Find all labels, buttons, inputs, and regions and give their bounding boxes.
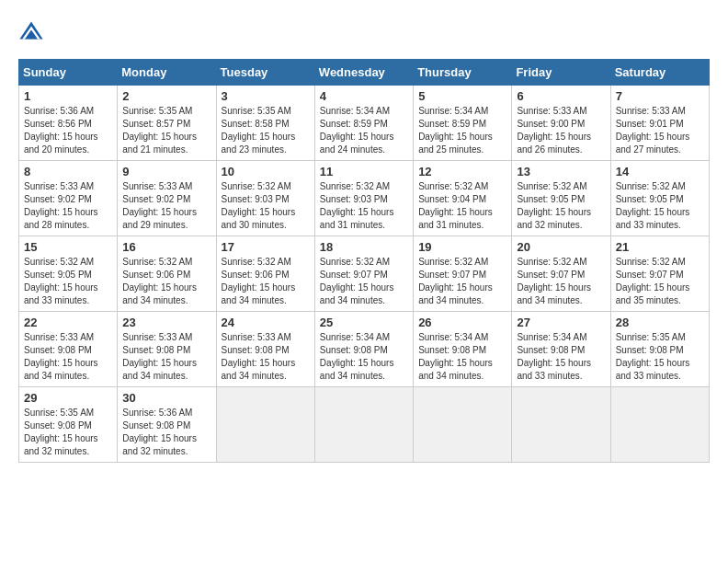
sunset-label: Sunset: 9:08 PM <box>122 420 190 431</box>
day-info: Sunrise: 5:35 AM Sunset: 8:57 PM Dayligh… <box>122 105 210 156</box>
day-info: Sunrise: 5:32 AM Sunset: 9:07 PM Dayligh… <box>320 256 408 307</box>
calendar-day-cell <box>216 387 314 463</box>
calendar-day-cell: 27 Sunrise: 5:34 AM Sunset: 9:08 PM Dayl… <box>512 312 610 387</box>
calendar-day-cell: 21 Sunrise: 5:32 AM Sunset: 9:07 PM Dayl… <box>610 236 709 312</box>
sunset-label: Sunset: 9:08 PM <box>517 345 585 355</box>
day-number: 24 <box>222 316 310 329</box>
sunset-label: Sunset: 9:04 PM <box>418 194 486 204</box>
calendar-day-cell: 12 Sunrise: 5:32 AM Sunset: 9:04 PM Dayl… <box>414 161 512 236</box>
sunset-label: Sunset: 9:08 PM <box>24 420 92 431</box>
sunset-label: Sunset: 9:08 PM <box>418 345 486 355</box>
calendar-table: SundayMondayTuesdayWednesdayThursdayFrid… <box>18 59 710 463</box>
sunrise-label: Sunrise: 5:33 AM <box>122 181 192 191</box>
logo <box>18 18 48 44</box>
day-info: Sunrise: 5:32 AM Sunset: 9:07 PM Dayligh… <box>616 256 704 307</box>
daylight-label: Daylight: 15 hours and 35 minutes. <box>616 282 690 305</box>
daylight-label: Daylight: 15 hours and 33 minutes. <box>616 358 690 381</box>
day-number: 28 <box>616 316 704 329</box>
calendar-day-cell: 19 Sunrise: 5:32 AM Sunset: 9:07 PM Dayl… <box>414 236 512 312</box>
sunrise-label: Sunrise: 5:34 AM <box>517 332 586 342</box>
sunrise-label: Sunrise: 5:33 AM <box>222 332 291 342</box>
daylight-label: Daylight: 15 hours and 23 minutes. <box>222 132 296 155</box>
day-number: 17 <box>222 240 310 254</box>
calendar-day-cell: 14 Sunrise: 5:32 AM Sunset: 9:05 PM Dayl… <box>610 161 709 236</box>
calendar-day-cell: 4 Sunrise: 5:34 AM Sunset: 8:59 PM Dayli… <box>314 86 413 161</box>
daylight-label: Daylight: 15 hours and 34 minutes. <box>418 282 493 305</box>
calendar-week-row: 22 Sunrise: 5:33 AM Sunset: 9:08 PM Dayl… <box>19 312 710 387</box>
calendar-day-cell: 23 Sunrise: 5:33 AM Sunset: 9:08 PM Dayl… <box>118 312 216 387</box>
day-info: Sunrise: 5:32 AM Sunset: 9:03 PM Dayligh… <box>320 180 408 232</box>
daylight-label: Daylight: 15 hours and 34 minutes. <box>122 358 197 381</box>
daylight-label: Daylight: 15 hours and 20 minutes. <box>24 132 98 155</box>
sunrise-label: Sunrise: 5:36 AM <box>122 408 192 418</box>
day-number: 11 <box>320 165 408 178</box>
sunset-label: Sunset: 9:01 PM <box>616 119 684 129</box>
day-number: 15 <box>24 240 112 254</box>
sunrise-label: Sunrise: 5:35 AM <box>222 106 291 116</box>
daylight-label: Daylight: 15 hours and 31 minutes. <box>320 207 394 230</box>
day-info: Sunrise: 5:32 AM Sunset: 9:05 PM Dayligh… <box>24 256 112 307</box>
calendar-day-cell: 30 Sunrise: 5:36 AM Sunset: 9:08 PM Dayl… <box>118 387 216 463</box>
daylight-label: Daylight: 15 hours and 29 minutes. <box>122 207 197 230</box>
sunset-label: Sunset: 9:05 PM <box>616 194 684 204</box>
sunrise-label: Sunrise: 5:35 AM <box>616 332 686 342</box>
day-number: 12 <box>418 165 506 178</box>
sunrise-label: Sunrise: 5:35 AM <box>24 408 94 418</box>
sunset-label: Sunset: 8:59 PM <box>418 119 486 129</box>
daylight-label: Daylight: 15 hours and 34 minutes. <box>418 358 493 381</box>
weekday-header-row: SundayMondayTuesdayWednesdayThursdayFrid… <box>19 60 710 86</box>
sunrise-label: Sunrise: 5:33 AM <box>24 181 94 191</box>
day-info: Sunrise: 5:32 AM Sunset: 9:04 PM Dayligh… <box>418 180 506 232</box>
sunset-label: Sunset: 8:57 PM <box>122 119 190 129</box>
sunrise-label: Sunrise: 5:34 AM <box>418 332 488 342</box>
calendar-day-cell <box>512 387 610 463</box>
day-info: Sunrise: 5:35 AM Sunset: 8:58 PM Dayligh… <box>222 105 310 156</box>
calendar-day-cell: 3 Sunrise: 5:35 AM Sunset: 8:58 PM Dayli… <box>216 86 314 161</box>
day-number: 4 <box>320 89 408 103</box>
day-info: Sunrise: 5:34 AM Sunset: 9:08 PM Dayligh… <box>517 331 605 383</box>
calendar-week-row: 29 Sunrise: 5:35 AM Sunset: 9:08 PM Dayl… <box>19 387 710 463</box>
calendar-day-cell: 28 Sunrise: 5:35 AM Sunset: 9:08 PM Dayl… <box>610 312 709 387</box>
sunset-label: Sunset: 8:56 PM <box>24 119 92 129</box>
day-info: Sunrise: 5:34 AM Sunset: 9:08 PM Dayligh… <box>418 331 506 383</box>
calendar-day-cell: 20 Sunrise: 5:32 AM Sunset: 9:07 PM Dayl… <box>512 236 610 312</box>
sunrise-label: Sunrise: 5:33 AM <box>517 106 586 116</box>
daylight-label: Daylight: 15 hours and 25 minutes. <box>418 132 493 155</box>
day-number: 7 <box>616 89 704 103</box>
calendar-body: 1 Sunrise: 5:36 AM Sunset: 8:56 PM Dayli… <box>19 86 710 463</box>
calendar-day-cell: 5 Sunrise: 5:34 AM Sunset: 8:59 PM Dayli… <box>414 86 512 161</box>
day-info: Sunrise: 5:36 AM Sunset: 9:08 PM Dayligh… <box>122 407 210 458</box>
sunset-label: Sunset: 9:07 PM <box>517 270 585 280</box>
day-number: 18 <box>320 240 408 254</box>
day-info: Sunrise: 5:32 AM Sunset: 9:03 PM Dayligh… <box>222 180 310 232</box>
sunset-label: Sunset: 9:06 PM <box>222 270 290 280</box>
sunrise-label: Sunrise: 5:35 AM <box>122 106 192 116</box>
daylight-label: Daylight: 15 hours and 32 minutes. <box>517 207 591 230</box>
sunset-label: Sunset: 9:08 PM <box>616 345 684 355</box>
day-number: 6 <box>517 89 605 103</box>
daylight-label: Daylight: 15 hours and 34 minutes. <box>222 282 296 305</box>
weekday-header-cell: Tuesday <box>216 60 314 86</box>
day-info: Sunrise: 5:35 AM Sunset: 9:08 PM Dayligh… <box>24 407 112 458</box>
sunrise-label: Sunrise: 5:34 AM <box>320 332 390 342</box>
calendar-day-cell <box>610 387 709 463</box>
day-info: Sunrise: 5:34 AM Sunset: 8:59 PM Dayligh… <box>320 105 408 156</box>
weekday-header-cell: Friday <box>512 60 610 86</box>
daylight-label: Daylight: 15 hours and 31 minutes. <box>418 207 493 230</box>
day-number: 5 <box>418 89 506 103</box>
sunset-label: Sunset: 9:07 PM <box>616 270 684 280</box>
calendar-day-cell: 25 Sunrise: 5:34 AM Sunset: 9:08 PM Dayl… <box>314 312 413 387</box>
daylight-label: Daylight: 15 hours and 34 minutes. <box>222 358 296 381</box>
calendar-day-cell: 9 Sunrise: 5:33 AM Sunset: 9:02 PM Dayli… <box>118 161 216 236</box>
day-info: Sunrise: 5:35 AM Sunset: 9:08 PM Dayligh… <box>616 331 704 383</box>
daylight-label: Daylight: 15 hours and 33 minutes. <box>616 207 690 230</box>
day-number: 9 <box>122 165 210 178</box>
weekday-header-cell: Monday <box>118 60 216 86</box>
day-number: 14 <box>616 165 704 178</box>
weekday-header-cell: Wednesday <box>314 60 413 86</box>
sunset-label: Sunset: 9:02 PM <box>122 194 190 204</box>
sunset-label: Sunset: 9:08 PM <box>24 345 92 355</box>
calendar-day-cell: 17 Sunrise: 5:32 AM Sunset: 9:06 PM Dayl… <box>216 236 314 312</box>
daylight-label: Daylight: 15 hours and 34 minutes. <box>320 358 394 381</box>
sunrise-label: Sunrise: 5:32 AM <box>418 257 488 267</box>
